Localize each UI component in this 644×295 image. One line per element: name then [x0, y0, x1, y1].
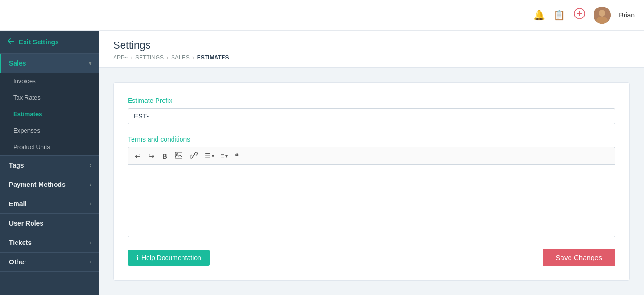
sidebar-item-tickets[interactable]: Tickets › [0, 233, 99, 252]
sidebar-section-sales: Sales ▾ Invoices Tax Rates Estimates Exp… [0, 54, 99, 156]
chevron-right-icon-3: › [90, 201, 91, 207]
sidebar-payment-label: Payment Methods [9, 181, 66, 188]
sidebar-item-email[interactable]: Email › [0, 194, 99, 213]
editor-toolbar: ↩ ↪ B [128, 147, 615, 164]
sidebar-item-other[interactable]: Other › [0, 253, 99, 271]
sidebar-tags-label: Tags [9, 161, 24, 169]
sidebar-sales-subitems: Invoices Tax Rates Estimates Expenses Pr… [0, 73, 99, 155]
sidebar-item-invoices[interactable]: Invoices [0, 73, 99, 89]
prefix-input[interactable] [128, 108, 615, 124]
help-documentation-button[interactable]: ℹ Help Documentation [128, 250, 210, 266]
svg-rect-7 [175, 152, 182, 158]
terms-label: Terms and conditions [128, 135, 615, 143]
terms-editor[interactable] [128, 164, 615, 237]
list-ol-chevron: ▾ [225, 153, 228, 159]
image-button[interactable] [172, 151, 185, 161]
sidebar-item-expenses[interactable]: Expenses [0, 122, 99, 139]
main-content: Settings APP~ › SETTINGS › SALES › ESTIM… [99, 31, 644, 295]
breadcrumb-sep-2: › [166, 54, 168, 61]
app-body: Exit Settings Sales ▾ Invoices Tax Rates… [0, 31, 644, 295]
form-section: Estimate Prefix Terms and conditions ↩ ↪… [113, 82, 630, 281]
list-ul-chevron: ▾ [212, 153, 214, 159]
add-icon[interactable] [574, 8, 585, 22]
sidebar-tickets-label: Tickets [9, 239, 32, 246]
page-title: Settings [113, 39, 630, 51]
undo-button[interactable]: ↩ [132, 151, 144, 161]
link-button[interactable] [187, 150, 200, 161]
redo-button[interactable]: ↪ [146, 151, 157, 161]
list-ol-icon: ≡ [221, 152, 224, 160]
form-footer: ℹ Help Documentation Save Changes [128, 249, 615, 266]
username-label: Brian [619, 11, 635, 19]
sidebar-section-tags: Tags › [0, 156, 99, 175]
chevron-right-icon-5: › [90, 259, 91, 265]
avatar[interactable] [594, 7, 611, 24]
breadcrumb-sep-1: › [131, 54, 132, 61]
sidebar-section-payment-methods: Payment Methods › [0, 175, 99, 194]
exit-icon [8, 37, 15, 47]
chevron-right-icon-4: › [90, 239, 91, 246]
breadcrumb: APP~ › SETTINGS › SALES › ESTIMATES [113, 54, 630, 61]
breadcrumb-settings[interactable]: SETTINGS [135, 54, 164, 61]
exit-settings-label: Exit Settings [19, 38, 59, 46]
breadcrumb-sep-3: › [192, 54, 194, 61]
chevron-right-icon: › [90, 162, 91, 169]
breadcrumb-estimates: ESTIMATES [197, 54, 229, 61]
sidebar-item-estimates[interactable]: Estimates [0, 106, 99, 122]
sidebar-item-sales[interactable]: Sales ▾ [0, 54, 99, 73]
breadcrumb-sales[interactable]: SALES [171, 54, 190, 61]
sidebar-sales-label: Sales [9, 59, 26, 67]
sidebar-section-other: Other › [0, 253, 99, 272]
quote-button[interactable]: ❝ [232, 151, 241, 161]
svg-point-4 [599, 10, 605, 17]
info-icon: ℹ [136, 254, 139, 261]
chevron-down-icon: ▾ [89, 60, 91, 67]
help-btn-label: Help Documentation [141, 254, 201, 261]
save-btn-label: Save Changes [556, 253, 602, 261]
sidebar-section-email: Email › [0, 194, 99, 214]
notepad-icon[interactable]: 📋 [553, 9, 565, 21]
sidebar-section-user-roles: User Roles [0, 214, 99, 233]
list-ul-dropdown[interactable]: ☰ ▾ [202, 151, 216, 161]
content-area: Estimate Prefix Terms and conditions ↩ ↪… [99, 68, 644, 295]
page-header: Settings APP~ › SETTINGS › SALES › ESTIM… [99, 31, 644, 68]
save-changes-button[interactable]: Save Changes [543, 249, 615, 266]
sidebar-section-tickets: Tickets › [0, 233, 99, 253]
breadcrumb-app[interactable]: APP~ [113, 54, 128, 61]
sidebar-item-user-roles[interactable]: User Roles [0, 214, 99, 233]
sidebar-item-payment-methods[interactable]: Payment Methods › [0, 175, 99, 194]
sidebar-item-product-units[interactable]: Product Units [0, 139, 99, 155]
exit-settings-button[interactable]: Exit Settings [0, 31, 99, 54]
bold-button[interactable]: B [159, 151, 170, 161]
header-icons: 🔔 📋 Brian [533, 7, 635, 24]
sidebar: Exit Settings Sales ▾ Invoices Tax Rates… [0, 31, 99, 295]
list-ol-dropdown[interactable]: ≡ ▾ [218, 151, 230, 161]
sidebar-item-tax-rates[interactable]: Tax Rates [0, 89, 99, 106]
list-ul-icon: ☰ [205, 152, 211, 160]
sidebar-item-tags[interactable]: Tags › [0, 156, 99, 175]
app-header: 🔔 📋 Brian [0, 0, 644, 31]
sidebar-other-label: Other [9, 258, 26, 266]
prefix-label: Estimate Prefix [128, 97, 615, 104]
sidebar-user-roles-label: User Roles [9, 219, 43, 227]
bell-icon[interactable]: 🔔 [533, 9, 545, 21]
sidebar-email-label: Email [9, 200, 26, 208]
terms-group: Terms and conditions ↩ ↪ B [128, 135, 615, 237]
chevron-right-icon-2: › [90, 181, 91, 188]
prefix-group: Estimate Prefix [128, 97, 615, 124]
